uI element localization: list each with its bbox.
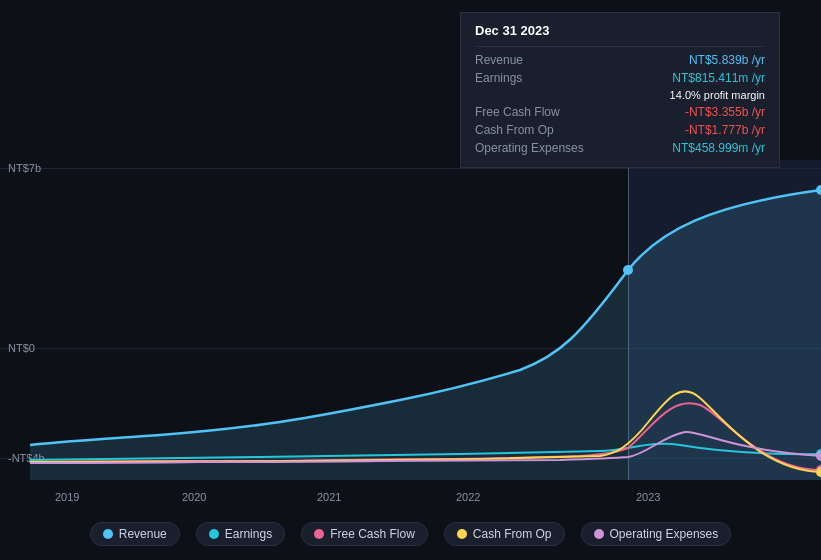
legend-item-earnings[interactable]: Earnings [196,522,285,546]
tooltip-value-cashfromop: -NT$1.777b /yr [685,123,765,137]
tooltip-value-opex: NT$458.999m /yr [672,141,765,155]
tooltip-value-fcf: -NT$3.355b /yr [685,105,765,119]
x-label-2019: 2019 [55,491,79,503]
legend-dot-revenue [103,529,113,539]
legend-label-opex: Operating Expenses [610,527,719,541]
tooltip-row-cashfromop: Cash From Op -NT$1.777b /yr [475,121,765,139]
x-label-2023: 2023 [636,491,660,503]
tooltip-label-opex: Operating Expenses [475,141,595,155]
legend-label-revenue: Revenue [119,527,167,541]
tooltip-title: Dec 31 2023 [475,23,765,38]
tooltip-row-revenue: Revenue NT$5.839b /yr [475,51,765,69]
legend-item-fcf[interactable]: Free Cash Flow [301,522,428,546]
tooltip-value-earnings: NT$815.411m /yr [672,71,765,85]
data-tooltip: Dec 31 2023 Revenue NT$5.839b /yr Earnin… [460,12,780,168]
legend-item-revenue[interactable]: Revenue [90,522,180,546]
tooltip-label-earnings: Earnings [475,71,595,85]
tooltip-row-earnings: Earnings NT$815.411m /yr [475,69,765,87]
tooltip-row-opex: Operating Expenses NT$458.999m /yr [475,139,765,157]
tooltip-row-fcf: Free Cash Flow -NT$3.355b /yr [475,103,765,121]
svg-point-0 [623,265,633,275]
tooltip-label-fcf: Free Cash Flow [475,105,595,119]
x-label-2021: 2021 [317,491,341,503]
tooltip-label-cashfromop: Cash From Op [475,123,595,137]
chart-svg [0,160,821,480]
legend-dot-fcf [314,529,324,539]
tooltip-label-revenue: Revenue [475,53,595,67]
chart-container: NT$7b NT$0 -NT$4b Dec 31 2023 Revenue N [0,0,821,560]
legend-label-earnings: Earnings [225,527,272,541]
legend-item-cashfromop[interactable]: Cash From Op [444,522,565,546]
tooltip-value-revenue: NT$5.839b /yr [689,53,765,67]
legend-item-opex[interactable]: Operating Expenses [581,522,732,546]
legend-dot-cashfromop [457,529,467,539]
chart-legend: Revenue Earnings Free Cash Flow Cash Fro… [0,522,821,546]
tooltip-row-profit-margin: 14.0% profit margin [475,87,765,103]
legend-dot-opex [594,529,604,539]
x-label-2022: 2022 [456,491,480,503]
legend-label-fcf: Free Cash Flow [330,527,415,541]
legend-dot-earnings [209,529,219,539]
legend-label-cashfromop: Cash From Op [473,527,552,541]
x-label-2020: 2020 [182,491,206,503]
tooltip-value-profit-margin: 14.0% profit margin [670,89,765,101]
